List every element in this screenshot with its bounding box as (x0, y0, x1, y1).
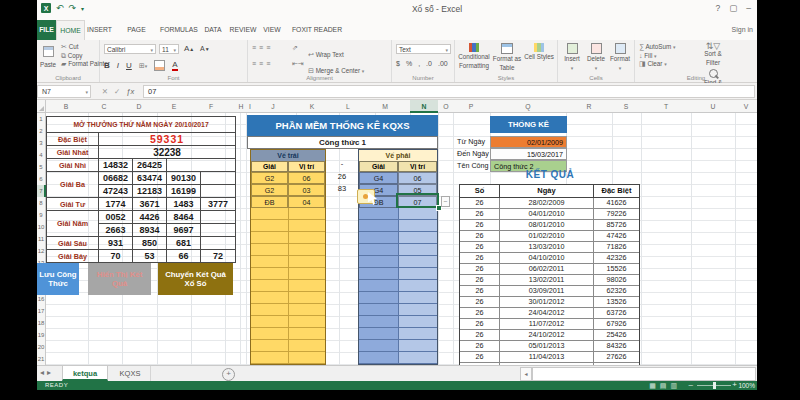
column-header-b[interactable]: B (64, 100, 69, 113)
format-cells-button[interactable]: Format▾ (608, 43, 632, 72)
column-header-p[interactable]: P (469, 100, 474, 113)
dacbiet-cell[interactable]: 15526 (594, 264, 639, 275)
prize-cell[interactable]: 72 (201, 250, 236, 263)
increase-decimal-button[interactable]: .0 (426, 60, 432, 69)
fx-icon[interactable]: ƒx (126, 87, 134, 96)
row-header[interactable]: 21 (37, 353, 45, 365)
dacbiet-cell[interactable]: 41626 (594, 198, 639, 209)
empty-cell[interactable] (201, 237, 236, 250)
column-header-e[interactable]: E (172, 100, 177, 113)
prize-cell[interactable]: 47243 (99, 185, 133, 198)
empty-cell[interactable] (201, 185, 236, 198)
column-header-q[interactable]: Q (525, 100, 530, 113)
vitri-cell[interactable]: 04 (288, 196, 325, 208)
number-format-select[interactable]: Text ▾ (396, 44, 451, 54)
mid-value-1[interactable]: 26 (326, 171, 358, 183)
scrollbar-track[interactable] (532, 367, 756, 381)
help-icon[interactable]: ? (716, 3, 721, 13)
dacbiet-cell[interactable]: 63726 (594, 308, 639, 319)
prize-label[interactable]: Giải Ba (47, 172, 99, 198)
tab-page-layout[interactable]: PAGE LAYOUT (114, 20, 159, 40)
zoom-slider-thumb[interactable] (713, 382, 716, 389)
tab-review[interactable]: REVIEW (227, 20, 259, 40)
zoom-out-icon[interactable]: ‒ (689, 381, 693, 390)
left-empty-rows[interactable] (251, 208, 325, 364)
tab-formulas[interactable]: FORMULAS (159, 20, 199, 40)
fill-color-icon[interactable] (154, 60, 165, 71)
so-cell[interactable]: 26 (460, 242, 500, 253)
row-header[interactable]: 1 (37, 113, 45, 125)
zoom-level[interactable]: 100% (738, 381, 755, 390)
so-cell[interactable]: 26 (460, 231, 500, 242)
formula-input[interactable]: 07 (143, 85, 755, 98)
italic-button[interactable]: I (117, 61, 119, 70)
cancel-icon[interactable]: ✕ (102, 87, 108, 96)
empty-cell[interactable] (167, 159, 236, 172)
so-cell[interactable]: 26 (460, 286, 500, 297)
ngay-cell[interactable]: 24/10/2012 (500, 330, 594, 341)
row-header[interactable]: 12 (37, 245, 45, 257)
column-header-h[interactable]: H (239, 100, 244, 113)
vitri-cell[interactable]: 06 (288, 172, 325, 184)
tab-home[interactable]: HOME (56, 20, 85, 40)
prize-cell[interactable]: 8934 (133, 224, 167, 237)
comma-format-button[interactable]: , (418, 60, 420, 69)
customize-qat-icon[interactable]: ▾ (81, 5, 84, 12)
ngay-cell[interactable]: 01/02/2010 (500, 231, 594, 242)
prize-cell[interactable]: 26425 (133, 159, 167, 172)
prize-cell[interactable]: 931 (99, 237, 133, 250)
prize-cell[interactable]: 90130 (167, 172, 201, 185)
so-cell[interactable]: 26 (460, 198, 500, 209)
redo-icon[interactable]: ↷ (69, 3, 77, 13)
prize-label[interactable]: Giải Năm (47, 211, 99, 237)
row-header[interactable]: 10 (37, 221, 45, 233)
column-header-l[interactable]: L (346, 100, 350, 113)
prize-cell[interactable]: 32238 (99, 146, 236, 159)
ngay-cell[interactable]: 06/02/2011 (500, 264, 594, 275)
tab-insert[interactable]: INSERT (85, 20, 114, 40)
prize-cell[interactable]: 12183 (133, 185, 167, 198)
ngay-cell[interactable]: 11/07/2012 (500, 319, 594, 330)
orientation-icon[interactable]: ⇗ (292, 44, 298, 52)
prize-cell[interactable]: 3777 (201, 198, 236, 211)
zoom-in-icon[interactable]: + (732, 381, 737, 390)
ngay-cell[interactable]: 30/01/2012 (500, 297, 594, 308)
so-cell[interactable]: 26 (460, 253, 500, 264)
prize-label[interactable]: Đặc Biệt (47, 133, 99, 146)
row-header[interactable]: 19 (37, 329, 45, 341)
shrink-font-button[interactable]: A▼ (200, 45, 210, 52)
mid-dash[interactable]: - (326, 158, 358, 170)
tab-data[interactable]: DATA (199, 20, 227, 40)
prize-label[interactable]: Giải Tư (47, 198, 99, 211)
column-header-r[interactable]: R (587, 100, 592, 113)
column-header-f[interactable]: F (209, 100, 213, 113)
empty-cell[interactable] (201, 224, 236, 237)
currency-format-button[interactable]: $ (396, 60, 400, 69)
prize-cell[interactable]: 681 (167, 237, 201, 250)
so-cell[interactable]: 26 (460, 341, 500, 352)
prize-cell[interactable]: 53 (133, 250, 167, 263)
empty-cell[interactable] (201, 172, 236, 185)
giai-cell[interactable]: G2 (251, 172, 288, 184)
font-family-select[interactable]: Calibri ▾ (104, 44, 156, 54)
horizontal-align-buttons[interactable]: ≡≡≡ (252, 60, 273, 67)
column-headers[interactable] (46, 100, 757, 113)
save-formula-button[interactable]: Lưu Công Thức (37, 263, 79, 295)
right-col-giai[interactable]: Giải (359, 161, 398, 172)
prize-cell[interactable]: 59331 (99, 133, 236, 146)
column-header-o[interactable]: O (443, 100, 448, 113)
row-header[interactable]: 8 (37, 197, 45, 209)
dacbiet-cell[interactable]: 47426 (594, 231, 639, 242)
row-header[interactable]: 17 (37, 305, 45, 317)
left-col-giai[interactable]: Giải (251, 161, 288, 172)
dacbiet-cell[interactable]: 62326 (594, 286, 639, 297)
format-as-table-button[interactable]: Format as Table (491, 43, 523, 72)
minimize-icon[interactable]: ‒ (746, 3, 751, 13)
prize-cell[interactable]: 9697 (167, 224, 201, 237)
column-header-v[interactable]: V (744, 100, 749, 113)
prize-label[interactable]: Giải Nhất (47, 146, 99, 159)
dacbiet-cell[interactable]: 42326 (594, 253, 639, 264)
dacbiet-cell[interactable]: 67926 (594, 319, 639, 330)
font-size-select[interactable]: 11 ▾ (159, 44, 179, 54)
tab-view[interactable]: VIEW (259, 20, 285, 40)
